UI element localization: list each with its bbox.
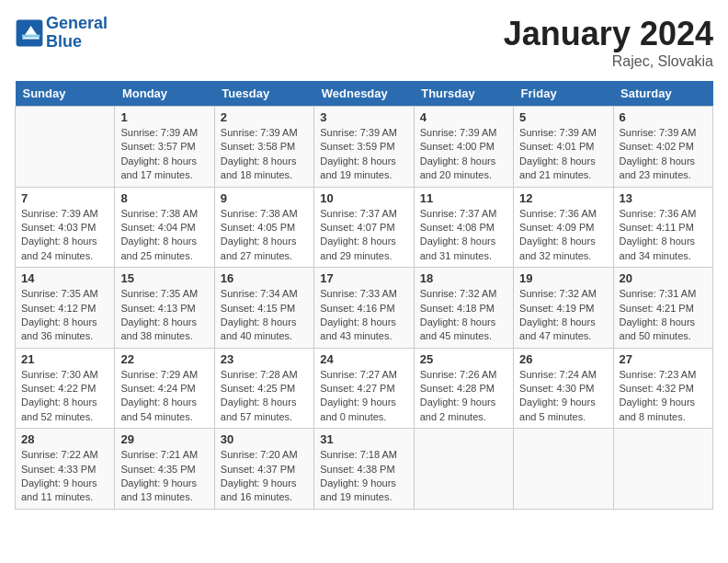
day-number: 26 bbox=[519, 352, 607, 366]
calendar-cell: 16Sunrise: 7:34 AMSunset: 4:15 PMDayligh… bbox=[214, 268, 313, 349]
weekday-header: Tuesday bbox=[214, 81, 313, 107]
calendar-cell: 24Sunrise: 7:27 AMSunset: 4:27 PMDayligh… bbox=[314, 348, 414, 429]
day-number: 6 bbox=[620, 110, 707, 124]
calendar-cell: 30Sunrise: 7:20 AMSunset: 4:37 PMDayligh… bbox=[214, 429, 313, 510]
weekday-header: Monday bbox=[115, 81, 214, 107]
day-number: 31 bbox=[320, 432, 407, 446]
calendar-cell: 17Sunrise: 7:33 AMSunset: 4:16 PMDayligh… bbox=[314, 268, 414, 349]
logo-line1: General bbox=[46, 14, 108, 32]
weekday-header: Friday bbox=[514, 81, 613, 107]
day-info: Sunrise: 7:39 AMSunset: 3:57 PMDaylight:… bbox=[120, 126, 208, 183]
calendar-cell: 5Sunrise: 7:39 AMSunset: 4:01 PMDaylight… bbox=[514, 107, 613, 188]
day-number: 13 bbox=[620, 191, 707, 205]
calendar-cell: 9Sunrise: 7:38 AMSunset: 4:05 PMDaylight… bbox=[214, 187, 313, 268]
day-number: 11 bbox=[420, 191, 507, 205]
month-title: January 2024 bbox=[504, 15, 713, 53]
day-info: Sunrise: 7:39 AMSunset: 3:59 PMDaylight:… bbox=[320, 126, 407, 183]
day-info: Sunrise: 7:39 AMSunset: 4:01 PMDaylight:… bbox=[519, 126, 607, 183]
day-number: 21 bbox=[21, 352, 108, 366]
day-number: 20 bbox=[620, 271, 707, 285]
day-number: 14 bbox=[21, 271, 108, 285]
day-info: Sunrise: 7:28 AMSunset: 4:25 PMDaylight:… bbox=[221, 368, 308, 425]
calendar-header-row: SundayMondayTuesdayWednesdayThursdayFrid… bbox=[16, 81, 713, 107]
calendar-cell: 29Sunrise: 7:21 AMSunset: 4:35 PMDayligh… bbox=[115, 429, 214, 510]
calendar-cell: 23Sunrise: 7:28 AMSunset: 4:25 PMDayligh… bbox=[214, 348, 313, 429]
day-info: Sunrise: 7:20 AMSunset: 4:37 PMDaylight:… bbox=[221, 448, 308, 505]
day-info: Sunrise: 7:36 AMSunset: 4:09 PMDaylight:… bbox=[519, 207, 607, 264]
day-info: Sunrise: 7:22 AMSunset: 4:33 PMDaylight:… bbox=[21, 448, 108, 505]
day-number: 15 bbox=[120, 271, 208, 285]
day-info: Sunrise: 7:26 AMSunset: 4:28 PMDaylight:… bbox=[420, 368, 507, 425]
calendar-cell bbox=[414, 429, 513, 510]
calendar-cell: 3Sunrise: 7:39 AMSunset: 3:59 PMDaylight… bbox=[314, 107, 414, 188]
day-info: Sunrise: 7:29 AMSunset: 4:24 PMDaylight:… bbox=[120, 368, 208, 425]
day-info: Sunrise: 7:39 AMSunset: 4:03 PMDaylight:… bbox=[21, 207, 108, 264]
day-info: Sunrise: 7:23 AMSunset: 4:32 PMDaylight:… bbox=[620, 368, 707, 425]
calendar-cell bbox=[16, 107, 115, 188]
page-header: General Blue January 2024 Rajec, Slovaki… bbox=[15, 15, 713, 70]
day-info: Sunrise: 7:32 AMSunset: 4:19 PMDaylight:… bbox=[519, 287, 607, 344]
calendar-body: 1Sunrise: 7:39 AMSunset: 3:57 PMDaylight… bbox=[16, 107, 713, 510]
calendar-week-row: 14Sunrise: 7:35 AMSunset: 4:12 PMDayligh… bbox=[16, 268, 713, 349]
day-number: 4 bbox=[420, 110, 507, 124]
day-info: Sunrise: 7:35 AMSunset: 4:12 PMDaylight:… bbox=[21, 287, 108, 344]
weekday-header: Thursday bbox=[414, 81, 513, 107]
day-info: Sunrise: 7:37 AMSunset: 4:07 PMDaylight:… bbox=[320, 207, 407, 264]
calendar-cell: 28Sunrise: 7:22 AMSunset: 4:33 PMDayligh… bbox=[16, 429, 115, 510]
day-number: 18 bbox=[420, 271, 507, 285]
calendar-cell: 27Sunrise: 7:23 AMSunset: 4:32 PMDayligh… bbox=[613, 348, 712, 429]
day-number: 22 bbox=[120, 352, 208, 366]
calendar-cell: 20Sunrise: 7:31 AMSunset: 4:21 PMDayligh… bbox=[613, 268, 712, 349]
day-number: 30 bbox=[221, 432, 308, 446]
calendar-cell: 15Sunrise: 7:35 AMSunset: 4:13 PMDayligh… bbox=[115, 268, 214, 349]
day-number: 28 bbox=[21, 432, 108, 446]
calendar-cell: 21Sunrise: 7:30 AMSunset: 4:22 PMDayligh… bbox=[16, 348, 115, 429]
calendar-cell: 25Sunrise: 7:26 AMSunset: 4:28 PMDayligh… bbox=[414, 348, 513, 429]
day-info: Sunrise: 7:37 AMSunset: 4:08 PMDaylight:… bbox=[420, 207, 507, 264]
calendar-cell: 13Sunrise: 7:36 AMSunset: 4:11 PMDayligh… bbox=[613, 187, 712, 268]
calendar-week-row: 1Sunrise: 7:39 AMSunset: 3:57 PMDaylight… bbox=[16, 107, 713, 188]
calendar-cell bbox=[613, 429, 712, 510]
day-number: 17 bbox=[320, 271, 407, 285]
day-info: Sunrise: 7:33 AMSunset: 4:16 PMDaylight:… bbox=[320, 287, 407, 344]
day-info: Sunrise: 7:24 AMSunset: 4:30 PMDaylight:… bbox=[519, 368, 607, 425]
calendar-cell: 14Sunrise: 7:35 AMSunset: 4:12 PMDayligh… bbox=[16, 268, 115, 349]
logo-line2: Blue bbox=[46, 32, 82, 51]
calendar-cell: 2Sunrise: 7:39 AMSunset: 3:58 PMDaylight… bbox=[214, 107, 313, 188]
day-info: Sunrise: 7:38 AMSunset: 4:04 PMDaylight:… bbox=[120, 207, 208, 264]
day-number: 7 bbox=[21, 191, 108, 205]
day-info: Sunrise: 7:31 AMSunset: 4:21 PMDaylight:… bbox=[620, 287, 707, 344]
title-block: January 2024 Rajec, Slovakia bbox=[504, 15, 713, 70]
location: Rajec, Slovakia bbox=[504, 53, 713, 70]
day-info: Sunrise: 7:18 AMSunset: 4:38 PMDaylight:… bbox=[320, 448, 407, 505]
logo: General Blue bbox=[15, 15, 108, 52]
weekday-header: Wednesday bbox=[314, 81, 414, 107]
day-info: Sunrise: 7:30 AMSunset: 4:22 PMDaylight:… bbox=[21, 368, 108, 425]
calendar-table: SundayMondayTuesdayWednesdayThursdayFrid… bbox=[15, 81, 713, 510]
calendar-cell: 19Sunrise: 7:32 AMSunset: 4:19 PMDayligh… bbox=[514, 268, 613, 349]
logo-icon bbox=[15, 18, 44, 48]
svg-rect-2 bbox=[22, 34, 40, 37]
calendar-week-row: 7Sunrise: 7:39 AMSunset: 4:03 PMDaylight… bbox=[16, 187, 713, 268]
day-info: Sunrise: 7:21 AMSunset: 4:35 PMDaylight:… bbox=[120, 448, 208, 505]
day-number: 29 bbox=[120, 432, 208, 446]
calendar-cell: 10Sunrise: 7:37 AMSunset: 4:07 PMDayligh… bbox=[314, 187, 414, 268]
day-info: Sunrise: 7:34 AMSunset: 4:15 PMDaylight:… bbox=[221, 287, 308, 344]
calendar-cell: 26Sunrise: 7:24 AMSunset: 4:30 PMDayligh… bbox=[514, 348, 613, 429]
day-number: 25 bbox=[420, 352, 507, 366]
day-number: 19 bbox=[519, 271, 607, 285]
calendar-cell: 7Sunrise: 7:39 AMSunset: 4:03 PMDaylight… bbox=[16, 187, 115, 268]
calendar-cell: 1Sunrise: 7:39 AMSunset: 3:57 PMDaylight… bbox=[115, 107, 214, 188]
day-info: Sunrise: 7:39 AMSunset: 4:00 PMDaylight:… bbox=[420, 126, 507, 183]
day-info: Sunrise: 7:36 AMSunset: 4:11 PMDaylight:… bbox=[620, 207, 707, 264]
day-info: Sunrise: 7:38 AMSunset: 4:05 PMDaylight:… bbox=[221, 207, 308, 264]
day-number: 5 bbox=[519, 110, 607, 124]
calendar-cell: 4Sunrise: 7:39 AMSunset: 4:00 PMDaylight… bbox=[414, 107, 513, 188]
calendar-cell: 11Sunrise: 7:37 AMSunset: 4:08 PMDayligh… bbox=[414, 187, 513, 268]
day-info: Sunrise: 7:27 AMSunset: 4:27 PMDaylight:… bbox=[320, 368, 407, 425]
day-number: 3 bbox=[320, 110, 407, 124]
day-number: 16 bbox=[221, 271, 308, 285]
day-number: 8 bbox=[120, 191, 208, 205]
weekday-header: Sunday bbox=[16, 81, 115, 107]
day-number: 27 bbox=[620, 352, 707, 366]
